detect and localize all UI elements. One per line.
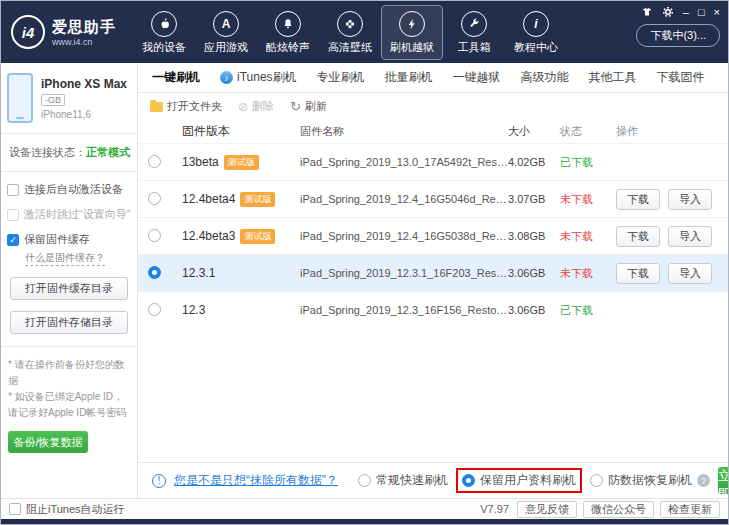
backup-restore-button[interactable]: 备份/恢复数据 (8, 431, 88, 453)
maximize-button[interactable]: □ (698, 7, 705, 18)
tab-one-key-jailbreak[interactable]: 一键越狱 (443, 63, 511, 92)
connection-status-label: 设备连接状态： (9, 146, 86, 158)
open-folder-button[interactable]: 打开文件夹 (150, 99, 222, 114)
firmware-version: 13beta (182, 155, 219, 169)
theme-icon[interactable] (641, 6, 653, 18)
header-name: 固件名称 (300, 124, 508, 139)
import-button[interactable]: 导入 (668, 226, 712, 247)
settings-gear-icon[interactable] (662, 6, 674, 18)
row-radio[interactable] (148, 192, 161, 205)
download-button[interactable]: 下载 (616, 226, 660, 247)
firmware-row[interactable]: 12.3 iPad_Spring_2019_12.3_16F156_Restor… (138, 291, 728, 328)
radio-label: 保留用户资料刷机 (480, 472, 576, 489)
checkbox-box-icon: ✓ (9, 503, 21, 515)
nav-item-apps-games[interactable]: A 应用游戏 (195, 5, 257, 60)
import-button[interactable]: 导入 (668, 189, 712, 210)
checkbox-label: 连接后自动激活设备 (24, 182, 123, 197)
minimize-button[interactable]: – (683, 7, 689, 18)
tab-bar: 一键刷机 ♪iTunes刷机 专业刷机 批量刷机 一键越狱 高级功能 其他工具 … (138, 63, 728, 93)
nav-label: 高清壁纸 (328, 40, 372, 55)
beta-badge: 测试版 (240, 229, 275, 244)
keep-userdata-flash-radio[interactable]: 保留用户资料刷机 (462, 472, 576, 489)
firmware-status: 未下载 (560, 266, 616, 281)
open-storage-dir-button[interactable]: 打开固件存储目录 (10, 311, 128, 334)
nav-label: 刷机越狱 (390, 40, 434, 55)
firmware-row[interactable]: 12.4beta4测试版 iPad_Spring_2019_12.4_16G50… (138, 180, 728, 217)
sidebar-notes: * 请在操作前备份好您的数据 * 如设备已绑定Apple ID，请记录好Appl… (1, 346, 137, 421)
warning-icon: ! (152, 474, 166, 488)
tab-batch-flash[interactable]: 批量刷机 (375, 63, 443, 92)
window-bottom-edge (1, 519, 728, 524)
nav-label: 我的设备 (142, 40, 186, 55)
nav-item-tutorials[interactable]: i 教程中心 (505, 5, 567, 60)
keep-firmware-cache-checkbox[interactable]: ✓ 保留固件缓存 (7, 232, 131, 247)
download-button[interactable]: 下载 (616, 263, 660, 284)
row-actions: 下载 导入 (616, 263, 720, 284)
row-radio-checked[interactable] (148, 266, 161, 279)
beta-badge: 测试版 (240, 192, 275, 207)
delete-button: ⊘删除 (238, 99, 274, 114)
tab-pro-flash[interactable]: 专业刷机 (307, 63, 375, 92)
help-icon[interactable]: ? (697, 474, 710, 487)
what-is-cache-link[interactable]: 什么是固件缓存？ (25, 251, 105, 266)
row-actions: 下载 导入 (616, 226, 720, 247)
radio-label: 防数据恢复刷机 (608, 472, 692, 489)
row-radio[interactable] (148, 155, 161, 168)
tab-download-firmware[interactable]: 下载固件 (647, 63, 715, 92)
checkbox-label: 阻止iTunes自动运行 (26, 502, 125, 517)
nav-item-my-devices[interactable]: 我的设备 (133, 5, 195, 60)
normal-flash-radio[interactable]: 常规快速刷机 (358, 472, 448, 489)
feedback-button[interactable]: 意见反馈 (517, 501, 577, 518)
row-radio[interactable] (148, 229, 161, 242)
wrench-icon (461, 11, 487, 37)
nav-item-flash-jailbreak[interactable]: 刷机越狱 (381, 5, 443, 60)
downloading-button[interactable]: 下载中(3)... (636, 24, 720, 47)
statusbar-right: V7.97 意见反馈 微信公众号 检查更新 (480, 501, 720, 518)
auto-activate-checkbox[interactable]: ✓ 连接后自动激活设备 (7, 182, 131, 197)
firmware-name: iPad_Spring_2019_12.3_16F156_Restore.ips… (300, 304, 508, 316)
tab-other-tools[interactable]: 其他工具 (579, 63, 647, 92)
open-cache-dir-button[interactable]: 打开固件缓存目录 (10, 277, 128, 300)
firmware-size: 3.06GB (508, 304, 560, 316)
close-button[interactable]: × (714, 7, 720, 18)
nav-item-wallpapers[interactable]: 高清壁纸 (319, 5, 381, 60)
wechat-official-button[interactable]: 微信公众号 (583, 501, 654, 518)
download-button[interactable]: 下载 (616, 189, 660, 210)
tab-label: 批量刷机 (385, 69, 433, 86)
nav-label: 教程中心 (514, 40, 558, 55)
anti-recovery-flash-radio[interactable]: 防数据恢复刷机 (590, 472, 692, 489)
nav-item-ringtones[interactable]: 酷炫铃声 (257, 5, 319, 60)
firmware-size: 4.02GB (508, 156, 560, 168)
row-radio[interactable] (148, 303, 161, 316)
nav-label: 应用游戏 (204, 40, 248, 55)
firmware-version: 12.3 (182, 303, 205, 317)
titlebar-right: – □ × 下载中(3)... (636, 1, 728, 63)
flash-now-button[interactable]: 立即刷机 (718, 467, 729, 494)
nav-item-toolbox[interactable]: 工具箱 (443, 5, 505, 60)
firmware-status: 未下载 (560, 192, 616, 207)
firmware-row[interactable]: 13beta测试版 iPad_Spring_2019_13.0_17A5492t… (138, 143, 728, 180)
check-update-button[interactable]: 检查更新 (660, 501, 720, 518)
refresh-button[interactable]: ↻刷新 (290, 99, 327, 114)
refresh-icon: ↻ (290, 99, 301, 114)
firmware-name: iPad_Spring_2019_13.0_17A5492t_Restore.i… (300, 156, 508, 168)
checkbox-box-icon: ✓ (7, 234, 19, 246)
apple-icon (151, 11, 177, 37)
nav-label: 工具箱 (458, 40, 491, 55)
firmware-row[interactable]: 12.4beta3测试版 iPad_Spring_2019_12.4_16G50… (138, 217, 728, 254)
tab-label: 其他工具 (589, 69, 637, 86)
firmware-row-selected[interactable]: 12.3.1 iPad_Spring_2019_12.3.1_16F203_Re… (138, 254, 728, 291)
tab-label: 一键刷机 (152, 69, 200, 86)
block-itunes-checkbox[interactable]: ✓ 阻止iTunes自动运行 (9, 502, 125, 517)
app-url: www.i4.cn (52, 37, 116, 47)
firmware-toolbar: 打开文件夹 ⊘删除 ↻刷新 (138, 93, 728, 120)
note-line: * 如设备已绑定Apple ID，请记录好Apple ID帐号密码 (8, 389, 130, 421)
import-button[interactable]: 导入 (668, 263, 712, 284)
bell-icon (275, 11, 301, 37)
tab-one-key-flash[interactable]: 一键刷机 (142, 63, 210, 92)
erase-data-link[interactable]: 您是不是只想“抹除所有数据”？ (174, 472, 338, 489)
nav-label: 酷炫铃声 (266, 40, 310, 55)
window-controls: – □ × (641, 6, 720, 18)
tab-itunes-flash[interactable]: ♪iTunes刷机 (210, 63, 307, 92)
tab-advanced-features[interactable]: 高级功能 (511, 63, 579, 92)
